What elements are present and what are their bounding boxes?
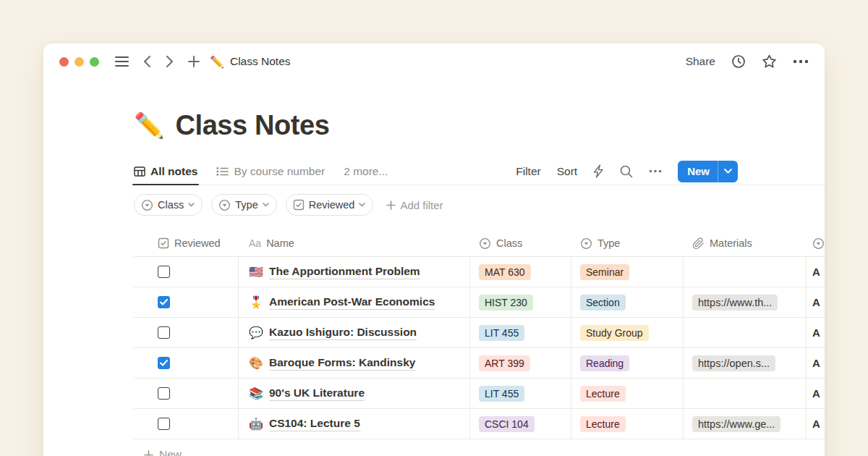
forward-icon[interactable]	[166, 56, 174, 67]
table-row: 🎖️American Post-War Economics HIST 230 S…	[134, 287, 825, 318]
type-tag: Reading	[580, 355, 629, 371]
column-header-materials[interactable]: Materials	[684, 230, 807, 256]
new-button[interactable]: New	[678, 161, 718, 182]
materials-cell[interactable]	[684, 318, 807, 347]
page-emoji: ✏️	[134, 113, 164, 138]
window-controls	[59, 57, 99, 67]
notes-table: Reviewed Aa Name Class Type Materials	[134, 230, 825, 456]
updates-clock-icon[interactable]	[731, 54, 746, 69]
zoom-button[interactable]	[90, 57, 99, 67]
column-header-type[interactable]: Type	[571, 230, 684, 256]
page-link: 90's UK Literature	[269, 387, 365, 401]
column-header-class[interactable]: Class	[470, 230, 571, 256]
close-button[interactable]	[59, 57, 69, 67]
reviewed-checkbox[interactable]	[158, 418, 170, 430]
doc-title-label: Class Notes	[230, 55, 291, 68]
class-tag: HIST 230	[479, 295, 533, 311]
doc-emoji: ✏️	[210, 55, 224, 69]
column-header-reviewed[interactable]: Reviewed	[134, 230, 239, 256]
reviewed-checkbox[interactable]	[158, 296, 170, 308]
reviewed-checkbox[interactable]	[158, 326, 170, 339]
type-cell[interactable]: Reading	[571, 348, 684, 378]
materials-cell[interactable]: https://open.s...	[684, 348, 807, 378]
column-header-name[interactable]: Aa Name	[239, 230, 470, 256]
share-button[interactable]: Share	[686, 55, 715, 68]
class-cell[interactable]: HIST 230	[470, 287, 571, 317]
material-link-chip[interactable]: https://www.ge...	[692, 416, 780, 432]
breadcrumb[interactable]: ✏️ Class Notes	[210, 55, 291, 69]
table-row: 🇺🇸The Apportionment Problem MAT 630 Semi…	[134, 257, 825, 287]
minimize-button[interactable]	[75, 57, 84, 67]
new-page-icon[interactable]	[188, 56, 200, 67]
chip-label: Type	[235, 199, 258, 211]
class-tag: LIT 455	[479, 325, 524, 341]
add-filter-label: Add filter	[400, 199, 443, 211]
overflow-cell[interactable]: A	[807, 348, 825, 378]
table-header-row: Reviewed Aa Name Class Type Materials	[134, 230, 825, 257]
materials-cell[interactable]	[684, 379, 807, 408]
class-cell[interactable]: LIT 455	[470, 379, 571, 408]
filter-chip-reviewed[interactable]: Reviewed	[286, 194, 374, 216]
materials-cell[interactable]: https://www.ge...	[684, 409, 807, 439]
sort-button[interactable]: Sort	[557, 165, 577, 178]
note-name-cell[interactable]: 🤖CS104: Lecture 5	[239, 409, 470, 439]
overflow-cell[interactable]: A	[807, 409, 825, 439]
note-name-cell[interactable]: 🇺🇸The Apportionment Problem	[239, 257, 470, 287]
note-emoji: 🎖️	[249, 295, 263, 309]
note-name-cell[interactable]: 🎨Baroque Forms: Kandinsky	[239, 348, 470, 378]
filter-chip-type[interactable]: Type	[211, 194, 276, 216]
title-property-icon: Aa	[249, 237, 261, 249]
page-header: ✏️ Class Notes	[134, 111, 825, 139]
overflow-cell[interactable]: A	[807, 318, 825, 347]
titlebar: ✏️ Class Notes Share	[43, 43, 825, 80]
view-options-icon[interactable]	[649, 169, 662, 173]
material-link-chip[interactable]: https://www.th...	[692, 295, 778, 311]
table-view-icon	[134, 166, 145, 177]
material-link-chip[interactable]: https://open.s...	[692, 355, 775, 371]
views-toolbar: All notes By course number 2 more... Fil…	[134, 158, 825, 185]
type-cell[interactable]: Study Group	[571, 318, 684, 347]
overflow-cell[interactable]: A	[807, 287, 825, 317]
reviewed-checkbox[interactable]	[158, 387, 170, 400]
overflow-cell[interactable]: A	[807, 257, 825, 287]
type-cell[interactable]: Lecture	[571, 409, 684, 439]
page-link: The Apportionment Problem	[269, 265, 420, 279]
materials-cell[interactable]: https://www.th...	[684, 287, 807, 317]
tab-by-course-number[interactable]: By course number	[216, 158, 325, 185]
add-filter-button[interactable]: Add filter	[386, 199, 443, 211]
type-tag: Lecture	[580, 386, 626, 402]
materials-cell[interactable]	[684, 257, 807, 287]
search-icon[interactable]	[620, 165, 633, 178]
type-cell[interactable]: Lecture	[571, 379, 684, 408]
filter-chip-class[interactable]: Class	[134, 194, 203, 216]
new-row-button[interactable]: New	[144, 439, 825, 456]
class-cell[interactable]: MAT 630	[470, 257, 571, 287]
type-cell[interactable]: Section	[571, 287, 684, 317]
more-views-link[interactable]: 2 more...	[344, 165, 388, 178]
class-cell[interactable]: ART 399	[470, 348, 571, 378]
automation-bolt-icon[interactable]	[593, 164, 604, 178]
type-cell[interactable]: Seminar	[571, 257, 684, 287]
column-header-overflow[interactable]	[807, 230, 825, 256]
more-options-icon[interactable]	[793, 59, 809, 64]
table-row: 🎨Baroque Forms: Kandinsky ART 399 Readin…	[134, 348, 825, 379]
note-name-cell[interactable]: 📚90's UK Literature	[239, 379, 470, 408]
class-cell[interactable]: CSCI 104	[470, 409, 571, 439]
page-link: American Post-War Economics	[269, 295, 435, 310]
back-icon[interactable]	[143, 56, 151, 67]
tab-all-notes[interactable]: All notes	[134, 158, 197, 185]
note-name-cell[interactable]: 🎖️American Post-War Economics	[239, 287, 470, 317]
class-cell[interactable]: LIT 455	[470, 318, 571, 347]
list-view-icon	[216, 166, 229, 177]
new-dropdown-button[interactable]	[718, 161, 738, 182]
table-row: 🤖CS104: Lecture 5 CSCI 104 Lecture https…	[134, 409, 825, 439]
note-name-cell[interactable]: 💬Kazuo Ishiguro: Discussion	[239, 318, 470, 347]
reviewed-checkbox[interactable]	[158, 357, 170, 369]
sidebar-menu-icon[interactable]	[115, 56, 129, 67]
overflow-cell[interactable]: A	[807, 379, 825, 408]
note-emoji: 💬	[249, 326, 263, 339]
reviewed-checkbox[interactable]	[158, 266, 170, 278]
favorite-star-icon[interactable]	[762, 54, 777, 69]
filter-button[interactable]: Filter	[516, 165, 540, 178]
note-emoji: 📚	[249, 387, 263, 400]
